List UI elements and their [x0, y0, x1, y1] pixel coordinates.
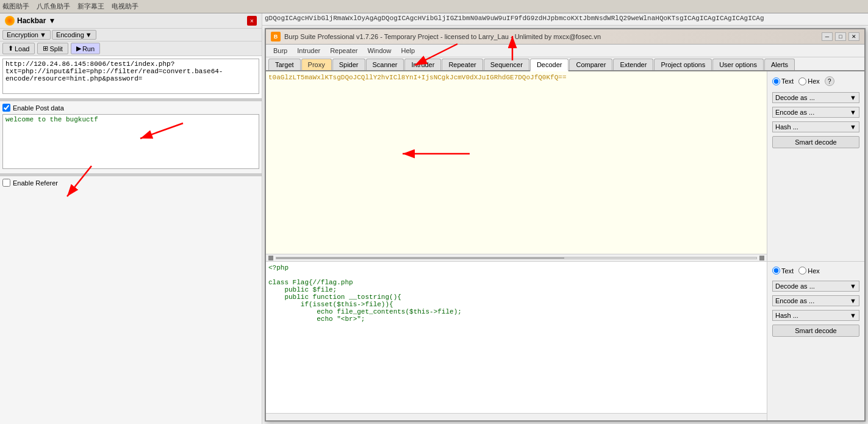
smart-decode-button[interactable]: Smart decode: [772, 136, 859, 148]
top-text-radio[interactable]: [772, 77, 780, 85]
encryption-label: Encryption: [7, 31, 38, 38]
top-text-radio-label[interactable]: Text: [772, 77, 794, 85]
firefox-icon: [5, 16, 15, 26]
post-data-section: Enable Post data welcome to the bugkuctf: [0, 101, 262, 174]
maximize-button[interactable]: □: [835, 32, 846, 41]
menu-burp[interactable]: Burp: [268, 46, 292, 56]
bottom-hash-dropdown[interactable]: Hash ... ▼: [772, 310, 859, 321]
encryption-dropdown[interactable]: Encryption ▼: [2, 30, 51, 40]
bottom-encode-as-dropdown[interactable]: Encode as ... ▼: [772, 295, 859, 306]
taskbar-item-3[interactable]: 新字幕王: [77, 2, 104, 11]
bottom-radio-group: Text Hex: [772, 267, 859, 275]
tab-user-options[interactable]: User options: [712, 59, 764, 70]
bottom-decode-as-label: Decode as ...: [775, 282, 815, 290]
tab-project-options[interactable]: Project options: [654, 59, 712, 70]
encode-as-arrow: ▼: [850, 109, 856, 116]
burp-title-bar: B Burp Suite Professional v1.7.26 - Temp…: [266, 29, 864, 45]
main-layout: Hackbar ▼ × Encryption ▼ Encoding ▼ ⬆ Lo…: [0, 13, 868, 424]
tab-spider[interactable]: Spider: [332, 59, 365, 70]
encoded-text-bar: gDQogICAgcHVibGljRmaWxlOyAgAgDQogICAgcHV…: [262, 13, 868, 26]
bottom-text-radio-text: Text: [781, 267, 794, 275]
tab-comparer[interactable]: Comparer: [569, 59, 612, 70]
taskbar-item-4[interactable]: 电视助手: [112, 2, 138, 11]
decode-as-label: Decode as ...: [775, 94, 815, 101]
burp-logo: B: [271, 32, 281, 41]
help-button-top[interactable]: ?: [825, 76, 834, 86]
tab-scanner[interactable]: Scanner: [366, 59, 404, 70]
tab-target[interactable]: Target: [268, 59, 301, 70]
encoding-label: Encoding: [56, 31, 84, 38]
hash-dropdown[interactable]: Hash ... ▼: [772, 121, 859, 132]
split-button[interactable]: ⊞ Split: [37, 43, 68, 54]
enable-post-checkbox[interactable]: [2, 104, 10, 112]
tab-intruder[interactable]: Intruder: [404, 59, 441, 70]
enable-referer-label[interactable]: Enable Referer: [2, 179, 259, 187]
decoder-top-scrollbar[interactable]: [266, 254, 767, 261]
top-hex-radio-label[interactable]: Hex: [798, 77, 820, 85]
close-button[interactable]: ✕: [848, 32, 859, 41]
decode-as-dropdown[interactable]: Decode as ... ▼: [772, 92, 859, 103]
hash-arrow: ▼: [850, 123, 856, 131]
run-button[interactable]: ▶ Run: [71, 43, 100, 54]
encode-as-dropdown[interactable]: Encode as ... ▼: [772, 107, 859, 118]
burp-logo-text: B: [274, 34, 278, 40]
menu-help[interactable]: Help: [396, 46, 420, 56]
bottom-hash-label: Hash ...: [775, 312, 798, 319]
tab-proxy[interactable]: Proxy: [301, 59, 332, 70]
bottom-text-radio-label[interactable]: Text: [772, 267, 794, 275]
tab-alerts[interactable]: Alerts: [764, 59, 795, 70]
load-button[interactable]: ⬆ Load: [2, 43, 35, 54]
decoder-bottom-section: <?php class Flag{//flag.php public $file…: [266, 262, 864, 420]
bottom-hash-arrow: ▼: [850, 312, 856, 319]
load-label: Load: [15, 45, 29, 52]
encoding-dropdown[interactable]: Encoding ▼: [52, 30, 96, 40]
menu-window[interactable]: Window: [362, 46, 396, 56]
tab-decoder[interactable]: Decoder: [530, 59, 569, 71]
hackbar-panel: Hackbar ▼ × Encryption ▼ Encoding ▼ ⬆ Lo…: [0, 13, 262, 424]
hackbar-toolbar: ⬆ Load ⊞ Split ▶ Run: [0, 41, 262, 56]
top-hex-radio[interactable]: [798, 77, 806, 85]
bottom-decode-as-arrow: ▼: [850, 282, 856, 290]
burp-panel: gDQogICAgcHVibGljRmaWxlOyAgAgDQogICAgcHV…: [262, 13, 868, 424]
burp-title-content: B Burp Suite Professional v1.7.26 - Temp…: [271, 32, 601, 41]
referer-section: Enable Referer: [0, 176, 262, 192]
encoded-text-content: gDQogICAgcHVibGljRmaWxlOyAgAgDQogICAgcHV…: [265, 15, 764, 22]
bottom-text-radio[interactable]: [772, 267, 780, 275]
hackbar-title-arrow: ▼: [48, 16, 56, 25]
split-label: Split: [49, 45, 62, 52]
tab-extender[interactable]: Extender: [613, 59, 653, 70]
hackbar-url-input[interactable]: http://120.24.86.145:8006/test1/index.ph…: [2, 59, 259, 94]
encryption-arrow: ▼: [40, 31, 46, 38]
minimize-button[interactable]: ─: [822, 32, 833, 41]
decoder-bottom-scrollbar[interactable]: [266, 413, 767, 420]
top-hex-radio-text: Hex: [808, 77, 820, 85]
tab-sequencer[interactable]: Sequencer: [484, 59, 529, 70]
bottom-encode-as-arrow: ▼: [850, 297, 856, 304]
hash-label: Hash ...: [775, 123, 798, 131]
bottom-decode-as-dropdown[interactable]: Decode as ... ▼: [772, 281, 859, 292]
post-data-input[interactable]: welcome to the bugkuctf: [2, 114, 259, 169]
decoder-bottom-text-field[interactable]: <?php class Flag{//flag.php public $file…: [266, 262, 767, 413]
taskbar-item-1[interactable]: 截图助手: [2, 2, 29, 11]
encode-as-label: Encode as ...: [775, 109, 814, 116]
enable-post-label[interactable]: Enable Post data: [2, 104, 259, 112]
hackbar-menu-bar: Encryption ▼ Encoding ▼: [0, 29, 262, 41]
decoder-top-text-field[interactable]: t0aGlzLT5maWxlKTsgDQoJCQllY2hvICl8YnI+Ij…: [266, 71, 767, 254]
decoder-top-input-area: t0aGlzLT5maWxlKTsgDQoJCQllY2hvICl8YnI+Ij…: [266, 71, 767, 261]
burp-window: B Burp Suite Professional v1.7.26 - Temp…: [265, 28, 866, 422]
hackbar-close-button[interactable]: ×: [247, 16, 257, 26]
top-text-radio-text: Text: [781, 77, 794, 85]
bottom-hex-radio[interactable]: [798, 267, 806, 275]
bottom-smart-decode-button[interactable]: Smart decode: [772, 325, 859, 337]
decoder-top-section: t0aGlzLT5maWxlKTsgDQoJCQllY2hvICl8YnI+Ij…: [266, 71, 864, 262]
menu-repeater[interactable]: Repeater: [325, 46, 362, 56]
tab-repeater[interactable]: Repeater: [442, 59, 482, 70]
menu-intruder[interactable]: Intruder: [292, 46, 325, 56]
hackbar-title-bar: Hackbar ▼ ×: [0, 13, 262, 29]
taskbar: 截图助手 八爪鱼助手 新字幕王 电视助手: [0, 0, 868, 13]
hackbar-url-area: http://120.24.86.145:8006/test1/index.ph…: [0, 56, 262, 99]
enable-referer-checkbox[interactable]: [2, 179, 10, 187]
bottom-hex-radio-label[interactable]: Hex: [798, 267, 820, 275]
hackbar-title-label: Hackbar: [17, 16, 46, 25]
taskbar-item-2[interactable]: 八爪鱼助手: [37, 2, 70, 11]
